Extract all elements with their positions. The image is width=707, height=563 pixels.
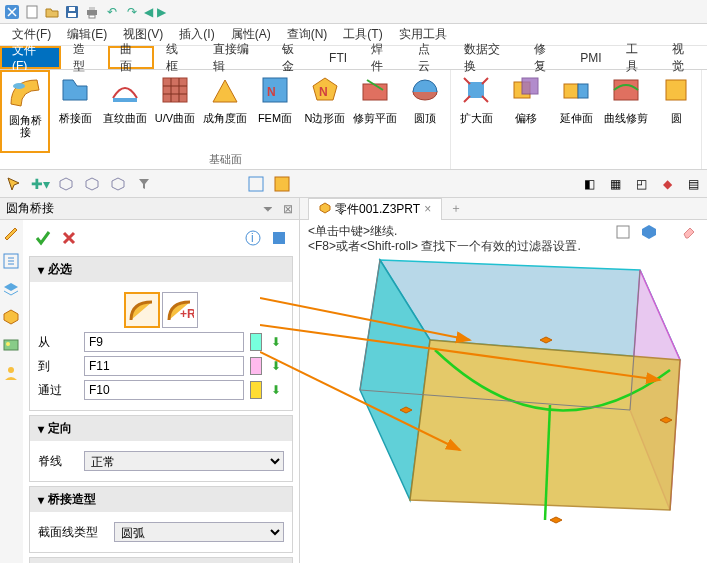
undo-icon[interactable]: ↶ — [104, 4, 120, 20]
section-required-header[interactable]: ▾必选 — [30, 257, 292, 282]
redo-icon[interactable]: ↷ — [124, 4, 140, 20]
tb-ic3[interactable]: ◰ — [631, 174, 651, 194]
view-icon[interactable] — [272, 174, 292, 194]
open-icon[interactable] — [44, 4, 60, 20]
through-input[interactable] — [84, 380, 244, 400]
spine-select[interactable]: 正常 — [84, 451, 284, 471]
filter-icon[interactable] — [134, 174, 154, 194]
rbtn-fem[interactable]: N FEM面 — [250, 70, 300, 153]
rbtn-enlarge[interactable]: 扩大面 — [451, 70, 501, 153]
rbtn-ruled[interactable]: 直纹曲面 — [100, 70, 150, 153]
from-pick-icon[interactable]: ⬇ — [268, 333, 284, 351]
help-icon[interactable] — [267, 226, 291, 250]
chevron-down-icon: ▾ — [38, 263, 44, 277]
tab-direct[interactable]: 直接编辑 — [201, 46, 270, 69]
fem-icon: N — [259, 74, 291, 106]
side-cube-icon[interactable] — [2, 308, 22, 328]
rbtn-curvetrim[interactable]: 曲线修剪 — [601, 70, 651, 153]
viewport[interactable]: 零件001.Z3PRT × ＋ <单击中键>继续. <F8>或者<Shift-r… — [300, 198, 707, 563]
tab-file[interactable]: 文件(F) — [0, 46, 61, 69]
through-pick-icon[interactable]: ⬇ — [268, 381, 284, 399]
side-tree-icon[interactable] — [2, 252, 22, 272]
section-sew: ▾缝合 缝合实体 — [29, 557, 293, 563]
rbtn-fillet-bridge[interactable]: 圆角桥接 — [0, 70, 50, 153]
rbtn-nside[interactable]: N N边形面 — [300, 70, 350, 153]
tab-shape[interactable]: 造型 — [61, 46, 108, 69]
info-icon[interactable]: i — [241, 226, 265, 250]
nav-back-icon[interactable]: ◀ — [144, 5, 153, 19]
panel-title: 圆角桥接 — [6, 200, 54, 217]
tb-ic4[interactable]: ◆ — [657, 174, 677, 194]
tab-visual[interactable]: 视觉 — [660, 46, 707, 69]
to-color — [250, 357, 262, 375]
rbtn-uv[interactable]: U/V曲面 — [150, 70, 200, 153]
rbtn-trim[interactable]: 修剪平面 — [350, 70, 400, 153]
hex2-icon[interactable] — [82, 174, 102, 194]
tab-close-icon[interactable]: × — [424, 202, 431, 216]
mode-1[interactable] — [124, 292, 160, 328]
svg-rect-7 — [89, 15, 95, 18]
tb-ic1[interactable]: ◧ — [579, 174, 599, 194]
tab-wire[interactable]: 线框 — [154, 46, 201, 69]
rbtn-extend[interactable]: 延伸面 — [551, 70, 601, 153]
tab-fti[interactable]: FTI — [317, 46, 359, 69]
mode-2[interactable]: +R — [162, 292, 198, 328]
side-layer-icon[interactable] — [2, 280, 22, 300]
new-icon[interactable] — [24, 4, 40, 20]
panel-collapse-icon[interactable]: ⏷ — [262, 202, 274, 216]
ok-button[interactable] — [31, 226, 55, 250]
plus-icon[interactable]: ✚▾ — [30, 174, 50, 194]
from-color — [250, 333, 262, 351]
save-icon[interactable] — [64, 4, 80, 20]
svg-rect-5 — [87, 10, 97, 15]
panel-close-icon[interactable]: ⊠ — [283, 202, 293, 216]
print-icon[interactable] — [84, 4, 100, 20]
to-label: 到 — [38, 358, 78, 375]
rbtn-more[interactable]: 圆 — [651, 70, 701, 153]
section-bridge-header[interactable]: ▾桥接造型 — [30, 487, 292, 512]
from-label: 从 — [38, 334, 78, 351]
from-input[interactable] — [84, 332, 244, 352]
quick-access-bar: ↶ ↷ ◀ ▶ — [0, 0, 707, 24]
rbtn-angle[interactable]: 成角度面 — [200, 70, 250, 153]
to-input[interactable] — [84, 356, 244, 376]
tab-tools[interactable]: 工具 — [614, 46, 661, 69]
tb-ic5[interactable]: ▤ — [683, 174, 703, 194]
tab-surface[interactable]: 曲面 — [108, 46, 155, 69]
tab-pmi[interactable]: PMI — [568, 46, 613, 69]
svg-rect-6 — [89, 7, 95, 10]
nav-fwd-icon[interactable]: ▶ — [157, 5, 166, 19]
to-pick-icon[interactable]: ⬇ — [268, 357, 284, 375]
tab-exchange[interactable]: 数据交换 — [452, 46, 521, 69]
side-sketch-icon[interactable] — [2, 224, 22, 244]
hex3-icon[interactable] — [108, 174, 128, 194]
rbtn-offset[interactable]: 偏移 — [501, 70, 551, 153]
tab-weld[interactable]: 焊件 — [359, 46, 406, 69]
sectype-select[interactable]: 圆弧 — [114, 522, 284, 542]
cancel-button[interactable] — [57, 226, 81, 250]
rbtn-dome[interactable]: 圆顶 — [400, 70, 450, 153]
side-user-icon[interactable] — [2, 364, 22, 384]
tab-cloud[interactable]: 点云 — [406, 46, 453, 69]
tab-sheet[interactable]: 钣金 — [270, 46, 317, 69]
ribbon-tabs: 文件(F) 造型 曲面 线框 直接编辑 钣金 FTI 焊件 点云 数据交换 修复… — [0, 46, 707, 70]
rbtn-bridge-face[interactable]: 桥接面 — [50, 70, 100, 153]
panel-actions: i — [29, 224, 293, 252]
tab-repair[interactable]: 修复 — [522, 46, 569, 69]
section-orient-header[interactable]: ▾定向 — [30, 416, 292, 441]
tab-add-icon[interactable]: ＋ — [442, 200, 470, 217]
zoom-fit-icon[interactable] — [246, 174, 266, 194]
viewport-tab[interactable]: 零件001.Z3PRT × — [308, 198, 442, 220]
cursor-icon[interactable] — [4, 174, 24, 194]
ruled-icon — [109, 74, 141, 106]
scene-3d[interactable] — [300, 220, 707, 563]
part-icon — [319, 202, 331, 217]
tb-ic2[interactable]: ▦ — [605, 174, 625, 194]
svg-rect-25 — [4, 340, 18, 350]
section-sew-header[interactable]: ▾缝合 — [30, 558, 292, 563]
section-bridge: ▾桥接造型 截面线类型 圆弧 — [29, 486, 293, 553]
curvetrim-icon — [610, 74, 642, 106]
side-img-icon[interactable] — [2, 336, 22, 356]
menu-bar: 文件(F) 编辑(E) 视图(V) 插入(I) 属性(A) 查询(N) 工具(T… — [0, 24, 707, 46]
hex1-icon[interactable] — [56, 174, 76, 194]
